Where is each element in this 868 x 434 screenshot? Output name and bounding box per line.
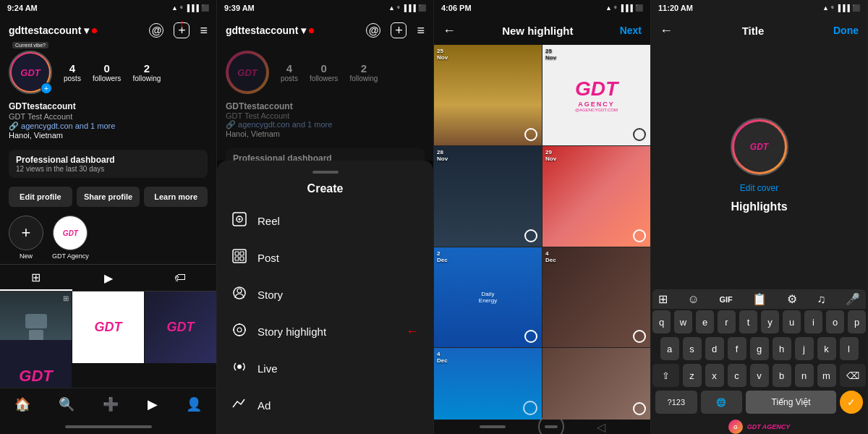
key-shift[interactable]: ⇧ <box>652 364 679 387</box>
checkbox-7[interactable] <box>633 402 646 415</box>
grid-cell-2[interactable]: GDT <box>145 292 216 363</box>
kb-tool-settings[interactable]: ⚙ <box>787 292 797 306</box>
menu-icon[interactable]: ≡ <box>200 23 208 38</box>
edit-profile-button[interactable]: Edit profile <box>9 187 72 207</box>
checkbox-6[interactable] <box>523 401 537 415</box>
create-post[interactable]: Post <box>217 239 433 276</box>
time-2: 9:39 AM <box>224 4 255 12</box>
key-f[interactable]: f <box>728 337 746 360</box>
create-story-highlight[interactable]: Story highlight ← <box>217 313 433 350</box>
key-c[interactable]: c <box>728 364 746 387</box>
key-q[interactable]: q <box>652 310 671 333</box>
key-o[interactable]: o <box>826 310 844 333</box>
key-x[interactable]: x <box>705 364 724 387</box>
key-r[interactable]: r <box>718 310 736 333</box>
key-v[interactable]: v <box>750 364 769 387</box>
tab-grid[interactable]: ⊞ <box>0 265 72 291</box>
key-numbers[interactable]: ?123 <box>655 391 697 414</box>
key-n[interactable]: n <box>795 364 814 387</box>
profile-account: GDT Test Account <box>9 112 208 121</box>
cover-circle[interactable]: GDT <box>731 118 788 176</box>
kb-tool-grid[interactable]: ⊞ <box>658 292 668 306</box>
learn-more-button[interactable]: Learn more <box>144 187 208 207</box>
bottom-profile[interactable]: 👤 <box>186 396 202 412</box>
highlight-gdt-agency[interactable]: GDT GDT Agency <box>52 216 89 260</box>
hgrid-blue2[interactable]: 4Dec <box>434 348 542 420</box>
add-story-badge[interactable]: + <box>41 82 52 94</box>
checkbox-3[interactable] <box>633 229 646 242</box>
key-s[interactable]: s <box>683 337 702 360</box>
key-e[interactable]: e <box>696 310 714 333</box>
key-globe[interactable]: 🌐 <box>701 391 743 414</box>
checkbox-5[interactable] <box>633 330 646 343</box>
key-p[interactable]: p <box>848 310 866 333</box>
checkbox-1[interactable] <box>633 128 646 141</box>
bottom-search[interactable]: 🔍 <box>59 396 75 412</box>
key-z[interactable]: z <box>683 364 702 387</box>
tab-reel[interactable]: ▶ <box>72 265 145 291</box>
threads-icon[interactable]: @ <box>149 23 163 38</box>
next-button[interactable]: Next <box>620 25 642 36</box>
highlight-new[interactable]: + New <box>9 216 43 260</box>
kb-tool-emoji[interactable]: ☺ <box>688 293 699 306</box>
checkbox-0[interactable] <box>524 128 537 141</box>
key-y[interactable]: y <box>761 310 779 333</box>
key-a[interactable]: a <box>660 337 679 360</box>
back-button-3[interactable]: ← <box>443 23 456 38</box>
back-gesture-3[interactable]: ◁ <box>597 420 605 434</box>
key-k[interactable]: k <box>817 337 836 360</box>
bottom-home[interactable]: 🏠 <box>14 396 30 412</box>
done-button-4[interactable]: Done <box>833 25 859 36</box>
create-reel[interactable]: Reel <box>217 203 433 239</box>
add-icon-2[interactable]: + <box>391 22 407 38</box>
key-l[interactable]: l <box>840 337 859 360</box>
bottom-add[interactable]: ➕ <box>103 396 119 412</box>
key-i[interactable]: i <box>804 310 822 333</box>
grid-cell-3[interactable]: GDT <box>0 340 72 388</box>
checkbox-2[interactable] <box>524 229 537 242</box>
checkbox-4[interactable] <box>524 330 537 343</box>
key-u[interactable]: u <box>783 310 801 333</box>
hgrid-blue-post[interactable]: 2Dec DailyEnergy <box>434 247 542 348</box>
key-space[interactable]: Tiếng Việt <box>746 391 836 414</box>
grid-icon-0: ⊞ <box>63 294 69 302</box>
bottom-reels[interactable]: ▶ <box>148 396 158 412</box>
kb-tool-mic[interactable]: 🎤 <box>846 292 860 306</box>
nav-username-2[interactable]: gdttestaccount ▾ <box>226 25 314 36</box>
create-ad[interactable]: Ad <box>217 387 433 424</box>
key-g[interactable]: g <box>750 337 769 360</box>
create-live[interactable]: Live <box>217 350 433 387</box>
hgrid-restaurant[interactable]: 28Nov <box>434 146 542 247</box>
grid-bg-3: GDT <box>0 340 72 388</box>
create-story[interactable]: Story <box>217 276 433 313</box>
profile-link[interactable]: 🔗 agencygdt.con and 1 more <box>9 122 208 131</box>
menu-icon-2[interactable]: ≡ <box>417 23 425 38</box>
key-m[interactable]: m <box>817 364 836 387</box>
share-profile-button[interactable]: Share profile <box>77 187 140 207</box>
grid-cell-1[interactable]: GDT <box>72 292 144 363</box>
create-title: Create <box>217 182 433 195</box>
kb-tool-clipboard[interactable]: 📋 <box>752 292 767 306</box>
key-w[interactable]: w <box>674 310 692 333</box>
nav-username-1[interactable]: gdttestaccount ▾ <box>9 25 97 36</box>
hgrid-agency-white[interactable]: 25Nov GDT AGENCY @AGENCYGDT.COM <box>542 45 650 145</box>
hgrid-food2[interactable]: 4Dec <box>542 247 650 348</box>
highlight-circle-gdt: GDT <box>53 216 88 250</box>
key-d[interactable]: d <box>705 337 724 360</box>
kb-tool-music[interactable]: ♫ <box>817 293 825 306</box>
key-t[interactable]: t <box>739 310 757 333</box>
hgrid-food3[interactable] <box>542 348 650 420</box>
key-j[interactable]: j <box>795 337 814 360</box>
add-icon[interactable]: + ↑ <box>174 22 190 38</box>
back-button-4[interactable]: ← <box>660 23 673 38</box>
hgrid-cat[interactable]: 25Nov <box>434 45 542 145</box>
tab-tag[interactable]: 🏷 <box>144 265 216 291</box>
kb-tool-gif[interactable]: GIF <box>719 295 732 304</box>
key-backspace[interactable]: ⌫ <box>840 364 867 387</box>
key-b[interactable]: b <box>773 364 791 387</box>
hgrid-food1[interactable]: 29Nov <box>542 146 650 247</box>
threads-icon-2[interactable]: @ <box>366 23 380 38</box>
key-h[interactable]: h <box>773 337 791 360</box>
edit-cover-button[interactable]: Edit cover <box>740 183 778 193</box>
key-confirm[interactable]: ✓ <box>840 391 863 414</box>
